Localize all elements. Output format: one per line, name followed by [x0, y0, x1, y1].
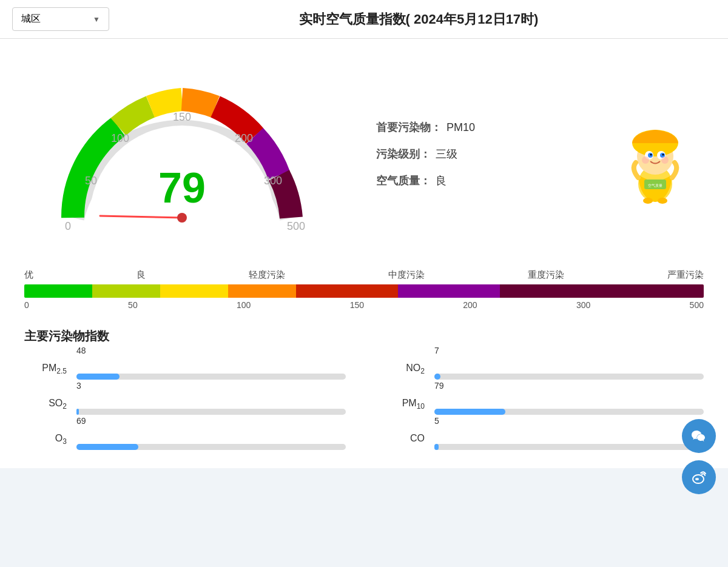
- pollutant-item-co: CO 5: [382, 429, 704, 450]
- district-label: 城区: [21, 13, 41, 25]
- pollutant-item-so2: SO2 3: [24, 394, 346, 415]
- pollutant-bar-wrap-o3: 69: [76, 429, 346, 450]
- pollutant-value-pm10: 79: [434, 381, 444, 391]
- header: 城区 ▼ 实时空气质量指数( 2024年5月12日17时): [0, 0, 728, 39]
- pollutant-item-pm10: PM10 79: [382, 394, 704, 415]
- svg-point-8: [177, 213, 187, 223]
- air-quality-value: 良: [436, 173, 447, 188]
- pollutant-bar-fill-o3: [76, 444, 138, 450]
- pollutant-value-o3: 69: [76, 416, 86, 426]
- svg-text:空气质量: 空气质量: [648, 183, 662, 187]
- scale-label-heavy: 重度污染: [528, 269, 564, 281]
- dropdown-arrow: ▼: [93, 15, 100, 24]
- scale-bar: [24, 284, 704, 298]
- pollutant-item-pm25: PM2.5 48: [24, 359, 346, 380]
- pollutant-bar-fill-pm10: [434, 409, 505, 415]
- svg-point-17: [650, 154, 652, 156]
- pollutant-value-so2: 3: [76, 381, 81, 391]
- scale-label-severe: 严重污染: [667, 269, 704, 281]
- pollutant-bar-wrap-pm10: 79: [434, 394, 704, 415]
- pollutant-name-pm25: PM2.5: [24, 363, 67, 375]
- scale-num-500: 500: [690, 300, 704, 310]
- pollutant-bar-bg-o3: [76, 444, 346, 450]
- scale-section: 优 良 轻度污染 中度污染 重度污染 严重污染 0 50 100 150 200…: [24, 269, 704, 310]
- air-quality-label: 空气质量：: [376, 173, 431, 188]
- pollution-level-value: 三级: [436, 147, 457, 161]
- main-content: 0 50 100 150 200 300 500: [0, 39, 728, 468]
- pollutant-value-pm25: 48: [76, 346, 86, 355]
- primary-pollutant-label: 首要污染物：: [376, 120, 442, 135]
- pollutant-bar-fill-co: [434, 444, 439, 450]
- svg-point-26: [695, 478, 699, 480]
- svg-point-20: [661, 156, 669, 164]
- svg-text:150: 150: [173, 111, 191, 123]
- svg-text:50: 50: [85, 175, 97, 187]
- pollutant-bar-bg-pm25: [76, 374, 346, 380]
- scale-label-light: 轻度污染: [249, 269, 285, 281]
- float-buttons: [682, 419, 716, 494]
- pollutant-grid: PM2.5 48 NO2 7 SO2 3 PM10: [24, 359, 704, 450]
- pollutant-bar-fill-so2: [76, 409, 79, 415]
- gauge-container: 0 50 100 150 200 300 500: [24, 57, 340, 251]
- scale-num-50: 50: [128, 300, 138, 310]
- top-section: 0 50 100 150 200 300 500: [24, 57, 704, 251]
- gauge-svg: 0 50 100 150 200 300 500: [30, 63, 334, 245]
- scale-num-0: 0: [24, 300, 29, 310]
- svg-text:500: 500: [287, 220, 305, 232]
- district-selector[interactable]: 城区 ▼: [12, 7, 109, 31]
- scale-num-100: 100: [237, 300, 251, 310]
- svg-point-22: [658, 198, 667, 204]
- scale-label-medium: 中度污染: [388, 269, 425, 281]
- scale-num-150: 150: [350, 300, 364, 310]
- primary-pollutant-value: PM10: [447, 121, 475, 134]
- pollutant-bar-bg-pm10: [434, 409, 704, 415]
- pollutant-bar-wrap-pm25: 48: [76, 359, 346, 380]
- page-title: 实时空气质量指数( 2024年5月12日17时): [121, 10, 716, 29]
- pollutant-bar-wrap-so2: 3: [76, 394, 346, 415]
- pollutant-item-no2: NO2 7: [382, 359, 704, 380]
- pollutant-bar-fill-pm25: [76, 374, 120, 380]
- scale-label-liang: 良: [136, 269, 146, 281]
- pollutant-name-so2: SO2: [24, 398, 67, 411]
- scale-label-you: 优: [24, 269, 33, 281]
- pollution-level-label: 污染级别：: [376, 147, 431, 161]
- wechat-button[interactable]: [682, 419, 716, 453]
- svg-text:300: 300: [264, 175, 282, 187]
- pollutant-name-co: CO: [382, 433, 425, 446]
- pollutant-bar-bg-no2: [434, 374, 704, 380]
- svg-point-21: [643, 198, 653, 204]
- pollutant-value-co: 5: [434, 416, 439, 426]
- scale-labels: 优 良 轻度污染 中度污染 重度污染 严重污染: [24, 269, 704, 281]
- mascot: 空气质量: [619, 114, 692, 199]
- pollutant-item-o3: O3 69: [24, 429, 346, 450]
- scale-num-300: 300: [576, 300, 590, 310]
- svg-point-19: [642, 156, 649, 164]
- pollutant-bar-bg-so2: [76, 409, 346, 415]
- scale-num-200: 200: [463, 300, 477, 310]
- svg-text:100: 100: [111, 132, 129, 144]
- weibo-button[interactable]: [682, 460, 716, 494]
- pollutant-bar-wrap-co: 5: [434, 429, 704, 450]
- svg-point-18: [662, 154, 664, 156]
- pollutant-bar-bg-co: [434, 444, 704, 450]
- pollutant-name-no2: NO2: [382, 363, 425, 375]
- scale-numbers: 0 50 100 150 200 300 500: [24, 300, 704, 310]
- pollutant-value-no2: 7: [434, 346, 439, 355]
- pollutant-section: 主要污染物指数 PM2.5 48 NO2 7 SO2 3: [24, 328, 704, 450]
- pollutant-name-o3: O3: [24, 433, 67, 446]
- svg-text:0: 0: [65, 220, 71, 232]
- pollutant-title: 主要污染物指数: [24, 328, 704, 344]
- pollutant-bar-fill-no2: [434, 374, 440, 380]
- info-panel: 首要污染物： PM10 污染级别： 三级 空气质量： 良: [340, 120, 704, 188]
- pollutant-name-pm10: PM10: [382, 398, 425, 411]
- svg-text:200: 200: [235, 132, 253, 144]
- pollutant-bar-wrap-no2: 7: [434, 359, 704, 380]
- svg-text:79: 79: [158, 164, 206, 212]
